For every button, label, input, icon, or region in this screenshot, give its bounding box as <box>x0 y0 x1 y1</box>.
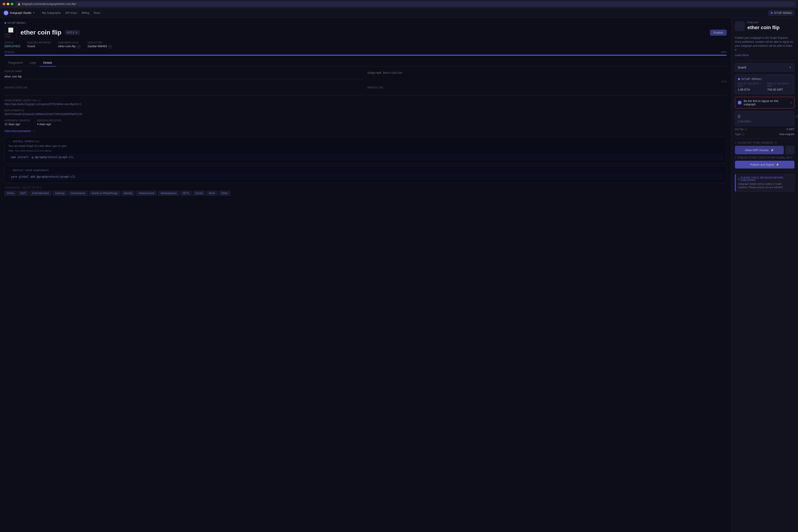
version-badge[interactable]: v0.0.1 ▼ <box>65 30 80 35</box>
website-group: Website URL <box>367 87 727 95</box>
slug-copy-icon[interactable]: ⧉ <box>77 45 80 48</box>
grt-amount-input[interactable] <box>738 114 794 119</box>
npm-command: npm install -g @graphprotocol/graph-cli <box>8 154 723 160</box>
publish-header-row: PUBLISH ether coin flip <box>735 21 795 33</box>
publish-signal-button[interactable]: Publish and Signal ⚡ <box>735 161 795 169</box>
deploy-key-copy-icon[interactable]: ⧉ <box>109 45 112 48</box>
nav-right: 0x7afF-b80de1 <box>768 10 795 16</box>
url-section: DEVELOPMENT QUERY URL i https://api.stud… <box>4 99 727 116</box>
status-item-network: INDEXED NETWORK Goerli <box>28 41 51 48</box>
tab-playground[interactable]: Playground <box>4 59 26 66</box>
lightning-icon: ⚡ <box>770 149 774 152</box>
category-entertainment[interactable]: Entertainment <box>30 191 51 196</box>
category-social[interactable]: Social <box>193 191 205 196</box>
view-documentation-link[interactable]: View Documentation → <box>4 129 727 133</box>
checkbox-checked-icon: ✓ <box>738 101 741 104</box>
publish-signal-icon: ⚡ <box>776 163 779 166</box>
slug-value: ether-coin-flip ⧉ <box>58 44 80 48</box>
tax-row: 1% Tax i 0 GRT <box>735 128 795 131</box>
svg-point-1 <box>5 13 6 13</box>
tab-logs[interactable]: Logs <box>26 59 40 66</box>
category-grants[interactable]: Grants & Philanthropy <box>89 191 120 196</box>
dates-row: SUBGRAPH CREATED 11 days ago VERSION DEP… <box>4 119 727 126</box>
category-other[interactable]: Other <box>219 191 230 196</box>
category-nfts[interactable]: NFTs <box>180 191 192 196</box>
upload-image-btn[interactable]: ⬜ Upload Image <box>4 26 17 39</box>
category-infrastructure[interactable]: Infrastructure <box>137 191 157 196</box>
signal-checkbox[interactable]: ✓ Be the first to signal on this subgrap… <box>735 97 795 109</box>
nav-my-subgraphs[interactable]: My Subgraphs <box>42 11 61 15</box>
allow-grt-row: Allow GRT Access ⚡ ⋮ <box>735 146 795 154</box>
sync-section: SYNCED 100% <box>4 51 727 56</box>
tax-info-icon: i <box>745 128 747 131</box>
website-input[interactable] <box>367 90 727 95</box>
subgraph-name: ether coin flip <box>20 29 61 36</box>
yarn-command: yarn global add @graphprotocol/graph-cli <box>8 173 723 180</box>
details-form: DISPLAY NAME 16/30 Source Code URL Websi… <box>4 70 727 95</box>
tabs: Playground Logs Details <box>4 59 727 66</box>
sync-bar <box>4 55 727 56</box>
step-1-header: 1 ALLOW GRT TO BE SIGNALED i <box>735 141 795 144</box>
char-count: 16/30 <box>367 80 727 83</box>
description-group: 16/30 <box>367 70 727 83</box>
category-gaming[interactable]: Gaming <box>53 191 67 196</box>
publish-icon <box>735 21 745 31</box>
network-dropdown[interactable]: Goerli ▼ <box>735 63 795 72</box>
status-item-slug: SUBGRAPH SLUG ether-coin-flip ⧉ <box>58 41 80 48</box>
categories-grid: DAOs DeFi Entertainment Gaming Governanc… <box>4 191 727 196</box>
deploy-cli-title: DEPLOY YOUR SUBGRAPH <box>8 169 723 172</box>
dev-query-info-icon: i <box>38 99 41 102</box>
category-work[interactable]: Work <box>206 191 217 196</box>
category-marketplaces[interactable]: Marketplaces <box>158 191 179 196</box>
category-governance[interactable]: Governance <box>68 191 88 196</box>
wallet-purple-dot <box>738 78 740 80</box>
status-item-status: STATUS DEPLOYED <box>4 41 20 48</box>
step1-info-icon: i <box>774 141 777 144</box>
browser-bar: 🔒 thegraph.com/studio/subgraph/ether-coi… <box>0 0 798 8</box>
publish-title-group: PUBLISH ether coin flip <box>747 21 780 33</box>
categories-section: CATEGORIES Select up to 3 DAOs DeFi Ente… <box>4 187 727 196</box>
status-item-deploy-key: DEPLOY KEY 2ae9af-498463 ⧉ <box>88 41 112 48</box>
signal-info-icon: ℹ <box>791 101 792 104</box>
nav-api-keys[interactable]: API Keys <box>65 11 77 15</box>
type-info-icon: i <box>742 133 744 136</box>
cli-title: INSTALL GRAPH CLI <box>8 140 723 143</box>
brand-logo[interactable]: Subgraph Studio ▼ <box>3 11 35 15</box>
brand-chevron: ▼ <box>33 12 35 14</box>
wallet-badge[interactable]: 0x7afF-b80de1 <box>768 10 795 16</box>
install-cli-section: INSTALL GRAPH CLI You can install Graph … <box>4 137 727 164</box>
address-badge: 0x7afF-B80de1 <box>4 21 727 24</box>
category-identity[interactable]: Identity <box>122 191 135 196</box>
grt-input-row: GRT Max <box>738 114 792 119</box>
version-deployed-item: VERSION DEPLOYED 4 days ago <box>37 119 61 126</box>
dropdown-chevron: ▼ <box>788 66 792 69</box>
allow-grt-more-button[interactable]: ⋮ <box>785 146 795 154</box>
address-dot <box>4 22 6 24</box>
type-row: Type i Auto-migrate <box>735 133 795 136</box>
nav-billing[interactable]: Billing <box>81 11 89 15</box>
subgraph-name-group: ether coin flip <box>20 29 61 36</box>
sync-bar-fill <box>4 55 727 56</box>
deploy-cli-section: DEPLOY YOUR SUBGRAPH yarn global add @gr… <box>4 166 727 183</box>
allow-grt-button[interactable]: Allow GRT Access ⚡ <box>735 146 784 154</box>
warning-icon: ℹ <box>738 178 739 180</box>
url-bar[interactable]: 🔒 thegraph.com/studio/subgraph/ether-coi… <box>15 2 795 6</box>
subgraph-title-row: ⬜ Upload Image ether coin flip v0.0.1 ▼ … <box>4 26 727 39</box>
display-name-input[interactable] <box>4 74 364 79</box>
eth-balance: WALLET BALANCE • ETH 1.66 ETH <box>738 82 762 91</box>
step-1-section: 1 ALLOW GRT TO BE SIGNALED i Allow GRT A… <box>735 141 795 154</box>
display-name-group: DISPLAY NAME <box>4 70 364 83</box>
source-code-input[interactable] <box>4 90 364 95</box>
top-navigation: Subgraph Studio ▼ My Subgraphs API Keys … <box>0 8 798 18</box>
wallet-dot <box>771 12 773 14</box>
nav-docs[interactable]: Docs <box>94 11 101 15</box>
status-row: STATUS DEPLOYED INDEXED NETWORK Goerli S… <box>4 41 727 48</box>
learn-more-link[interactable]: Learn More <box>735 54 795 57</box>
created-item: SUBGRAPH CREATED 11 days ago <box>4 119 30 126</box>
grt-input-box: GRT Max 0 SHARES <box>735 111 795 126</box>
publish-button-main[interactable]: Publish <box>710 30 727 36</box>
description-input[interactable] <box>367 70 727 79</box>
category-daos[interactable]: DAOs <box>4 191 17 196</box>
category-defi[interactable]: DeFi <box>18 191 28 196</box>
tab-details[interactable]: Details <box>40 59 56 66</box>
